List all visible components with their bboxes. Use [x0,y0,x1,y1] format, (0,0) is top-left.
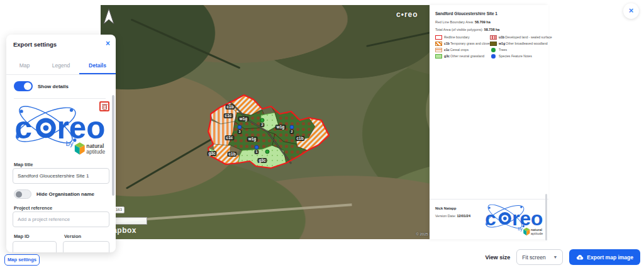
legend-item-label: g3cOther neutral grassland [444,54,484,58]
version-label: Version [64,233,81,239]
version-input[interactable] [63,241,109,252]
legend-item-label: Species Feature Notes [499,54,532,58]
map-title-label: Map title [14,162,33,167]
species-point-number: 3 [237,130,242,134]
legend-scrollbar[interactable] [545,194,548,240]
coreo-watermark: c•reo [396,10,418,19]
svg-text:c: c [485,207,496,230]
species-point-number: 2 [289,130,294,134]
legend-item: c1cCereal crops [435,48,490,52]
species-swatch [491,54,496,59]
svg-text:reo: reo [57,110,106,145]
total-area: Total Area (of visible polygons): 58.738… [435,28,499,31]
compass-icon [102,8,116,26]
legend-item-label: Redline boundary [444,35,470,39]
project-reference-input[interactable] [13,211,109,227]
legend-title: Sandford Gloucestershire Site 1 [435,11,497,16]
tree-point-number: 2 [260,123,264,127]
legend-item: Trees [490,48,545,52]
view-size-value: Fit screen [522,254,545,261]
map-title-input[interactable] [13,168,109,184]
footer-controls: View size Fit screen ▼ Export map image [485,249,640,265]
toggle-knob [24,82,31,90]
tab-legend[interactable]: Legend [43,57,79,74]
project-reference-label: Project reference [14,205,52,211]
legend-items: Redline boundaryc1bTemporary grass and c… [435,35,545,59]
legend-item-label: w1gOther broadleaved woodland [499,42,548,45]
show-details-label: Show details [38,84,69,89]
svg-text:aptitude: aptitude [531,232,543,235]
legend-panel: Sandford Gloucestershire Site 1 Red Line… [430,5,548,239]
svg-text:reo: reo [512,207,543,230]
u1b-swatch [490,35,497,40]
divider [430,199,548,200]
view-size-label: View size [485,254,510,261]
c1b-swatch [435,42,442,46]
chevron-down-icon: ▼ [553,255,557,259]
species-point[interactable] [238,125,242,130]
hide-organisation-toggle[interactable] [14,189,31,199]
parcel-label-w1g: w1g [275,125,286,130]
hide-organisation-label: Hide Organisation name [36,191,94,197]
export-panel-header: Export settings × [6,35,116,56]
svg-text:by: by [518,226,523,232]
export-settings-panel: Export settings × MapLegendDetails Show … [6,35,116,252]
tab-details[interactable]: Details [79,57,116,74]
tree-point[interactable] [265,150,270,154]
map-id-input[interactable] [13,241,57,252]
parcel-label-g3c: g3c [257,158,267,163]
divider [14,98,106,99]
legend-item: Species Feature Notes [490,54,545,59]
tab-map[interactable]: Map [6,57,43,74]
export-panel-title: Export settings [13,41,57,48]
legend-item-label: u1bDeveloped land - sealed surface [499,35,552,39]
export-map-image-button[interactable]: Export map image [569,249,640,265]
coreo-logo-large: creobynaturalaptitude [13,101,107,158]
show-details-toggle[interactable] [14,81,33,91]
g3c-swatch [435,54,442,59]
parcel-label-c1b: c1b [225,104,235,110]
legend-version-date: Version Date: 12/01/24 [435,214,470,218]
legend-item-label: c1cCereal crops [444,48,469,52]
site-polygons [204,93,333,173]
c1c-swatch [435,48,442,52]
site-overlay: c1bc1cw1gw1gc1cw1gc1bc1bg3cg3c3212 [204,93,333,173]
parcel-label-g3c: g3c [207,151,216,156]
w1g-swatch [490,42,497,46]
red-line-area-value: 58.709 ha [475,20,491,24]
trash-icon [102,103,108,110]
panel-scrollbar[interactable] [112,95,114,196]
tree-point[interactable] [260,118,265,123]
coreo-logo-small: creobynaturalaptitude [484,201,544,237]
total-area-value: 58.738 ha [484,28,500,31]
svg-text:by: by [66,140,74,147]
map-settings-button[interactable]: Map settings [4,254,40,266]
parcel-label-c1b: c1b [227,152,236,157]
legend-item: Redline boundary [435,35,490,40]
species-point[interactable] [290,125,294,130]
hide-org-toggle-row: Hide Organisation name [14,189,94,199]
legend-author: Nick Natapp [435,206,457,210]
parcel-label-c1c: c1c [225,135,235,140]
legend-item-label: c1bTemporary grass and clover leys [444,42,497,45]
legend-item: u1bDeveloped land - sealed surface [490,35,545,40]
parcel-label-c1c: c1c [224,113,233,118]
species-point[interactable] [255,145,259,150]
legend-item: w1gOther broadleaved woodland [490,42,545,46]
hedgerow [126,137,214,189]
delete-logo-button[interactable] [99,101,109,111]
view-size-select[interactable]: Fit screen ▼ [516,249,563,265]
export-tabs: MapLegendDetails [6,57,116,75]
legend-item-label: Trees [499,48,507,52]
red-line-area: Red Line Boundary Area: 58.709 ha [435,20,491,24]
redline-swatch [435,35,442,40]
show-details-toggle-row: Show details [14,81,69,91]
cloud-upload-icon [576,254,584,260]
parcel-label-w1g: w1g [247,137,258,142]
close-export-view-button[interactable]: × [623,3,639,19]
parcel-label-c1b: c1b [295,136,304,141]
svg-text:aptitude: aptitude [86,149,105,155]
export-panel-close-icon[interactable]: × [106,39,110,48]
svg-text:c: c [15,110,32,145]
map-id-label: Map ID [14,233,30,239]
